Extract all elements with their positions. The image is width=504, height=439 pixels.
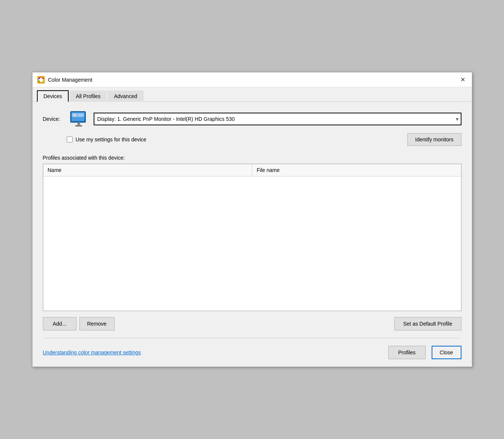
settings-row: Use my settings for this device Identify… (67, 133, 461, 146)
close-window-button[interactable]: ✕ (458, 75, 467, 84)
title-bar-left: Color Management (37, 76, 93, 84)
identify-monitors-button[interactable]: Identify monitors (407, 133, 461, 146)
svg-rect-7 (75, 125, 82, 127)
use-settings-label[interactable]: Use my settings for this device (67, 137, 147, 142)
tab-bar: Devices All Profiles Advanced (32, 87, 472, 102)
svg-point-2 (40, 79, 42, 81)
buttons-row: Add... Remove Set as Default Profile (43, 317, 461, 330)
color-management-icon (37, 76, 45, 84)
tab-advanced[interactable]: Advanced (107, 91, 143, 102)
footer: Understanding color management settings … (43, 346, 461, 359)
add-button[interactable]: Add... (43, 317, 76, 330)
svg-rect-6 (77, 122, 80, 125)
set-default-profile-button[interactable]: Set as Default Profile (394, 317, 461, 330)
tab-all-profiles[interactable]: All Profiles (69, 91, 107, 102)
device-row: Device: Display: 1. Generic PnP Monitor … (43, 111, 461, 127)
window-title: Color Management (48, 77, 93, 83)
table-body (43, 176, 461, 311)
device-label: Device: (43, 116, 64, 122)
svg-rect-9 (77, 113, 84, 117)
color-management-window: Color Management ✕ Devices All Profiles … (32, 72, 472, 367)
device-dropdown-wrapper: Display: 1. Generic PnP Monitor - Intel(… (94, 113, 461, 125)
device-dropdown[interactable]: Display: 1. Generic PnP Monitor - Intel(… (94, 113, 461, 125)
use-settings-checkbox[interactable] (67, 137, 73, 142)
understanding-color-management-link[interactable]: Understanding color management settings (43, 349, 141, 355)
profiles-table-wrapper: Name File name (43, 164, 461, 311)
close-button[interactable]: Close (432, 346, 461, 359)
footer-right: Profiles Close (388, 346, 461, 359)
profiles-associated-label: Profiles associated with this device: (43, 155, 461, 161)
remove-button[interactable]: Remove (79, 317, 115, 330)
divider (43, 338, 461, 338)
tab-devices[interactable]: Devices (37, 90, 69, 102)
filename-column-header: File name (252, 164, 461, 176)
content-area: Device: Display: 1. Generic PnP Monitor … (32, 102, 472, 367)
title-bar: Color Management ✕ (32, 72, 472, 87)
svg-rect-8 (72, 113, 76, 117)
name-column-header: Name (43, 164, 253, 176)
buttons-left: Add... Remove (43, 317, 115, 330)
table-header: Name File name (43, 164, 461, 176)
profiles-button[interactable]: Profiles (388, 346, 426, 359)
monitor-icon (70, 111, 88, 127)
